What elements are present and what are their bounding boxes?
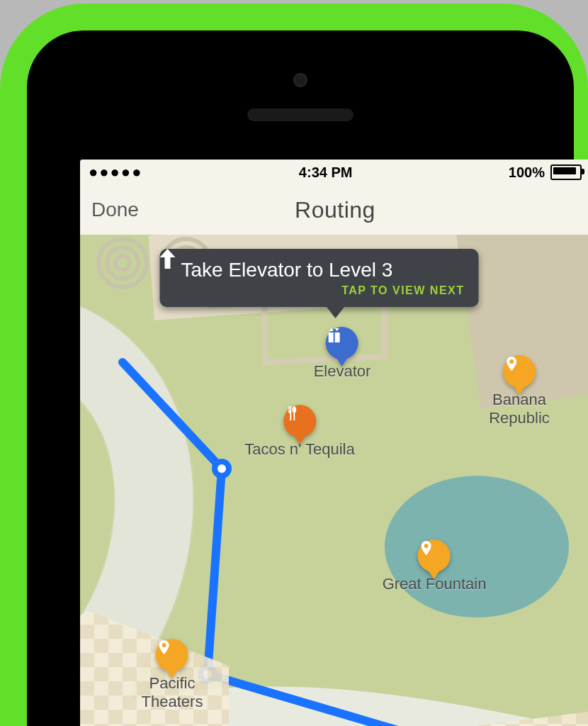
direction-callout[interactable]: Take Elevator to Level 3 TAP TO VIEW NEX…: [160, 249, 479, 307]
phone-bezel: ●●●●● 4:34 PM 100% Done Routing: [27, 30, 574, 726]
screen: ●●●●● 4:34 PM 100% Done Routing: [80, 160, 588, 726]
battery-percent: 100%: [509, 164, 545, 181]
poi-tacos[interactable]: Tacos n' Tequila: [244, 405, 354, 459]
map-canvas[interactable]: Take Elevator to Level 3 TAP TO VIEW NEX…: [80, 235, 588, 726]
poi-pacific-theaters[interactable]: Pacific Theaters: [142, 639, 203, 711]
battery-icon: [550, 164, 582, 180]
svg-rect-14: [334, 333, 335, 342]
nav-title: Routing: [80, 185, 588, 235]
svg-point-11: [215, 462, 229, 476]
speaker-grille-icon: [247, 108, 354, 121]
nav-bar: Done Routing: [80, 185, 588, 235]
direction-text: Take Elevator to Level 3: [181, 259, 393, 281]
location-pin-icon: [156, 639, 188, 671]
poi-banana-republic[interactable]: Banana Republic: [489, 355, 550, 428]
restaurant-icon: [283, 405, 316, 437]
location-pin-icon: [418, 540, 451, 572]
location-pin-icon: [503, 355, 536, 388]
status-bar: ●●●●● 4:34 PM 100%: [80, 160, 588, 185]
poi-great-fountain[interactable]: Great Fountain: [383, 540, 487, 593]
poi-label: Pacific Theaters: [142, 674, 203, 711]
phone-case: ●●●●● 4:34 PM 100% Done Routing: [0, 4, 588, 726]
signal-dots-icon: ●●●●●: [89, 163, 142, 182]
status-time: 4:34 PM: [299, 164, 353, 181]
elevator-icon: [326, 327, 358, 359]
direction-subtext: TAP TO VIEW NEXT: [174, 284, 465, 297]
poi-elevator[interactable]: Elevator: [314, 327, 371, 381]
front-camera-icon: [293, 73, 307, 87]
poi-label: Banana Republic: [489, 391, 550, 428]
